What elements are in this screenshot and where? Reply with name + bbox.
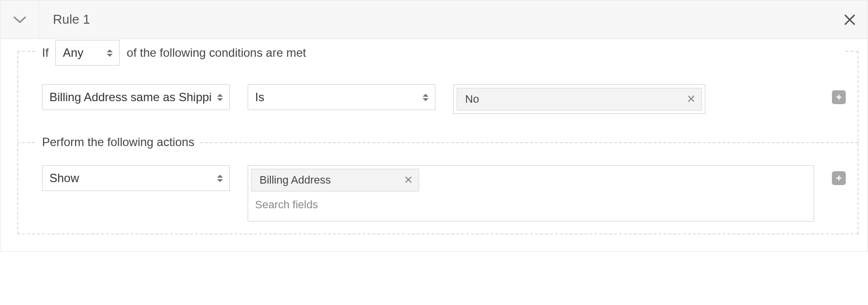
collapse-toggle[interactable] xyxy=(0,0,39,38)
stepper-icon xyxy=(105,49,114,57)
actions-legend: Perform the following actions xyxy=(37,135,199,149)
close-icon xyxy=(843,13,856,26)
stepper-icon xyxy=(216,175,224,182)
actions-legend-divider: Perform the following actions xyxy=(17,131,859,153)
condition-value-token: No ✕ xyxy=(457,88,702,111)
close-button[interactable] xyxy=(832,13,868,26)
chevron-down-icon xyxy=(12,15,27,25)
condition-field-value: Billing Address same as Shippir xyxy=(49,90,212,104)
conditions-suffix-label: of the following conditions are met xyxy=(127,46,306,60)
remove-token-button[interactable]: ✕ xyxy=(404,174,413,187)
action-target-search-input[interactable] xyxy=(251,191,811,213)
rule-title: Rule 1 xyxy=(39,12,832,27)
action-target-text: Billing Address xyxy=(260,174,331,187)
plus-icon: + xyxy=(836,92,842,102)
action-target-box[interactable]: Billing Address ✕ xyxy=(248,165,814,222)
condition-operator-select[interactable]: Is xyxy=(248,84,435,110)
add-action-button[interactable]: + xyxy=(832,171,846,185)
action-type-value: Show xyxy=(49,171,79,185)
condition-field-select[interactable]: Billing Address same as Shippir xyxy=(42,84,230,110)
condition-row: Billing Address same as Shippir Is No ✕ xyxy=(42,84,846,114)
condition-mode-value: Any xyxy=(63,46,83,60)
add-condition-button[interactable]: + xyxy=(832,90,846,104)
condition-operator-value: Is xyxy=(255,90,264,104)
if-label: If xyxy=(42,46,48,60)
condition-mode-select[interactable]: Any xyxy=(55,40,120,66)
condition-value-box[interactable]: No ✕ xyxy=(453,84,705,114)
rule-body: If Any of the following conditions are m… xyxy=(0,39,868,251)
conditions-legend: If Any of the following conditions are m… xyxy=(37,40,846,66)
rule-header: Rule 1 xyxy=(0,0,868,39)
action-target-token: Billing Address ✕ xyxy=(251,169,419,191)
action-type-select[interactable]: Show xyxy=(42,165,230,191)
stepper-icon xyxy=(421,94,430,101)
rule-panel: Rule 1 If Any of the following condition… xyxy=(0,0,868,252)
rule-fieldset: If Any of the following conditions are m… xyxy=(17,51,859,234)
remove-token-button[interactable]: ✕ xyxy=(687,93,695,106)
stepper-icon xyxy=(216,94,224,101)
action-row: Show Billing Address ✕ + xyxy=(42,165,846,222)
plus-icon: + xyxy=(836,173,842,183)
condition-value-text: No xyxy=(465,93,479,106)
